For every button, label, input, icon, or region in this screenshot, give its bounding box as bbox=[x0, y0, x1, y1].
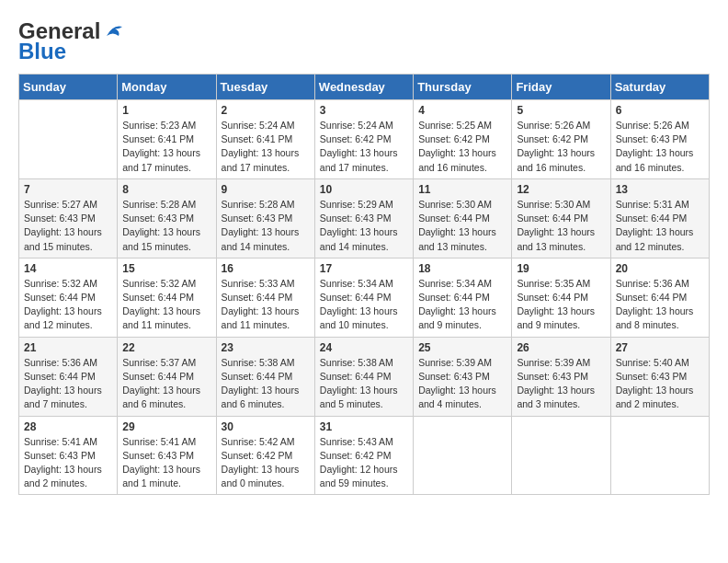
day-number: 3 bbox=[320, 104, 408, 117]
calendar: SundayMondayTuesdayWednesdayThursdayFrid… bbox=[18, 74, 710, 495]
day-number: 18 bbox=[418, 262, 506, 275]
day-of-week-header: Wednesday bbox=[314, 75, 413, 100]
day-info: Sunrise: 5:37 AMSunset: 6:44 PMDaylight:… bbox=[122, 356, 210, 412]
header: General Blue bbox=[18, 18, 710, 64]
day-info: Sunrise: 5:40 AMSunset: 6:43 PMDaylight:… bbox=[616, 356, 704, 412]
calendar-cell: 26Sunrise: 5:39 AMSunset: 6:43 PMDayligh… bbox=[512, 337, 610, 416]
day-info: Sunrise: 5:28 AMSunset: 6:43 PMDaylight:… bbox=[122, 198, 210, 254]
day-of-week-header: Sunday bbox=[19, 75, 118, 100]
day-info: Sunrise: 5:30 AMSunset: 6:44 PMDaylight:… bbox=[418, 198, 506, 254]
day-of-week-header: Friday bbox=[512, 75, 610, 100]
day-info: Sunrise: 5:36 AMSunset: 6:44 PMDaylight:… bbox=[24, 356, 112, 412]
day-number: 7 bbox=[24, 183, 112, 196]
calendar-cell: 13Sunrise: 5:31 AMSunset: 6:44 PMDayligh… bbox=[610, 178, 709, 258]
day-number: 12 bbox=[517, 183, 605, 196]
day-number: 21 bbox=[24, 341, 112, 354]
calendar-cell: 15Sunrise: 5:32 AMSunset: 6:44 PMDayligh… bbox=[118, 258, 216, 337]
day-number: 14 bbox=[24, 262, 112, 275]
day-info: Sunrise: 5:25 AMSunset: 6:42 PMDaylight:… bbox=[418, 119, 506, 175]
day-number: 10 bbox=[320, 183, 408, 196]
day-info: Sunrise: 5:42 AMSunset: 6:42 PMDaylight:… bbox=[222, 435, 310, 491]
day-info: Sunrise: 5:35 AMSunset: 6:44 PMDaylight:… bbox=[517, 277, 605, 333]
day-info: Sunrise: 5:41 AMSunset: 6:43 PMDaylight:… bbox=[24, 435, 112, 491]
calendar-cell: 21Sunrise: 5:36 AMSunset: 6:44 PMDayligh… bbox=[19, 337, 118, 416]
day-number: 13 bbox=[616, 183, 704, 196]
calendar-cell: 20Sunrise: 5:36 AMSunset: 6:44 PMDayligh… bbox=[610, 258, 709, 337]
calendar-cell: 9Sunrise: 5:28 AMSunset: 6:43 PMDaylight… bbox=[216, 178, 314, 258]
day-info: Sunrise: 5:43 AMSunset: 6:42 PMDaylight:… bbox=[320, 435, 408, 491]
calendar-cell: 5Sunrise: 5:26 AMSunset: 6:42 PMDaylight… bbox=[512, 100, 610, 179]
day-info: Sunrise: 5:30 AMSunset: 6:44 PMDaylight:… bbox=[517, 198, 605, 254]
calendar-week-row: 28Sunrise: 5:41 AMSunset: 6:43 PMDayligh… bbox=[19, 416, 710, 495]
calendar-cell: 27Sunrise: 5:40 AMSunset: 6:43 PMDayligh… bbox=[610, 337, 709, 416]
day-info: Sunrise: 5:32 AMSunset: 6:44 PMDaylight:… bbox=[24, 277, 112, 333]
day-number: 24 bbox=[320, 341, 408, 354]
calendar-cell: 22Sunrise: 5:37 AMSunset: 6:44 PMDayligh… bbox=[118, 337, 216, 416]
day-info: Sunrise: 5:34 AMSunset: 6:44 PMDaylight:… bbox=[418, 277, 506, 333]
day-number: 1 bbox=[122, 104, 210, 117]
calendar-week-row: 21Sunrise: 5:36 AMSunset: 6:44 PMDayligh… bbox=[19, 337, 710, 416]
logo-bird-icon bbox=[102, 22, 128, 40]
day-info: Sunrise: 5:36 AMSunset: 6:44 PMDaylight:… bbox=[616, 277, 704, 333]
calendar-cell: 29Sunrise: 5:41 AMSunset: 6:43 PMDayligh… bbox=[118, 416, 216, 495]
day-info: Sunrise: 5:24 AMSunset: 6:42 PMDaylight:… bbox=[320, 119, 408, 175]
calendar-cell: 16Sunrise: 5:33 AMSunset: 6:44 PMDayligh… bbox=[216, 258, 314, 337]
day-info: Sunrise: 5:41 AMSunset: 6:43 PMDaylight:… bbox=[122, 435, 210, 491]
day-number: 11 bbox=[418, 183, 506, 196]
calendar-cell: 6Sunrise: 5:26 AMSunset: 6:43 PMDaylight… bbox=[610, 100, 709, 179]
day-number: 30 bbox=[222, 420, 310, 433]
day-number: 28 bbox=[24, 420, 112, 433]
day-info: Sunrise: 5:24 AMSunset: 6:41 PMDaylight:… bbox=[222, 119, 310, 175]
calendar-week-row: 7Sunrise: 5:27 AMSunset: 6:43 PMDaylight… bbox=[19, 178, 710, 258]
calendar-cell: 30Sunrise: 5:42 AMSunset: 6:42 PMDayligh… bbox=[216, 416, 314, 495]
calendar-cell: 4Sunrise: 5:25 AMSunset: 6:42 PMDaylight… bbox=[414, 100, 512, 179]
calendar-cell: 17Sunrise: 5:34 AMSunset: 6:44 PMDayligh… bbox=[314, 258, 413, 337]
day-info: Sunrise: 5:39 AMSunset: 6:43 PMDaylight:… bbox=[517, 356, 605, 412]
day-info: Sunrise: 5:26 AMSunset: 6:42 PMDaylight:… bbox=[517, 119, 605, 175]
calendar-cell: 11Sunrise: 5:30 AMSunset: 6:44 PMDayligh… bbox=[414, 178, 512, 258]
day-number: 31 bbox=[320, 420, 408, 433]
day-number: 9 bbox=[222, 183, 310, 196]
day-number: 5 bbox=[517, 104, 605, 117]
calendar-cell: 14Sunrise: 5:32 AMSunset: 6:44 PMDayligh… bbox=[19, 258, 118, 337]
day-of-week-header: Saturday bbox=[610, 75, 709, 100]
calendar-cell bbox=[610, 416, 709, 495]
day-info: Sunrise: 5:38 AMSunset: 6:44 PMDaylight:… bbox=[320, 356, 408, 412]
day-info: Sunrise: 5:28 AMSunset: 6:43 PMDaylight:… bbox=[222, 198, 310, 254]
day-info: Sunrise: 5:26 AMSunset: 6:43 PMDaylight:… bbox=[616, 119, 704, 175]
day-info: Sunrise: 5:32 AMSunset: 6:44 PMDaylight:… bbox=[122, 277, 210, 333]
day-number: 27 bbox=[616, 341, 704, 354]
logo-blue: Blue bbox=[18, 39, 66, 64]
calendar-cell: 10Sunrise: 5:29 AMSunset: 6:43 PMDayligh… bbox=[314, 178, 413, 258]
day-number: 16 bbox=[222, 262, 310, 275]
calendar-cell bbox=[414, 416, 512, 495]
day-info: Sunrise: 5:33 AMSunset: 6:44 PMDaylight:… bbox=[222, 277, 310, 333]
day-of-week-header: Monday bbox=[118, 75, 216, 100]
calendar-cell: 23Sunrise: 5:38 AMSunset: 6:44 PMDayligh… bbox=[216, 337, 314, 416]
calendar-cell: 25Sunrise: 5:39 AMSunset: 6:43 PMDayligh… bbox=[414, 337, 512, 416]
day-number: 2 bbox=[222, 104, 310, 117]
logo: General Blue bbox=[18, 18, 128, 64]
calendar-cell: 18Sunrise: 5:34 AMSunset: 6:44 PMDayligh… bbox=[414, 258, 512, 337]
header-row: SundayMondayTuesdayWednesdayThursdayFrid… bbox=[19, 75, 710, 100]
calendar-header: SundayMondayTuesdayWednesdayThursdayFrid… bbox=[19, 75, 710, 100]
day-info: Sunrise: 5:38 AMSunset: 6:44 PMDaylight:… bbox=[222, 356, 310, 412]
day-number: 25 bbox=[418, 341, 506, 354]
day-number: 19 bbox=[517, 262, 605, 275]
day-number: 8 bbox=[122, 183, 210, 196]
day-number: 23 bbox=[222, 341, 310, 354]
day-of-week-header: Tuesday bbox=[216, 75, 314, 100]
day-info: Sunrise: 5:29 AMSunset: 6:43 PMDaylight:… bbox=[320, 198, 408, 254]
calendar-cell bbox=[19, 100, 118, 179]
day-info: Sunrise: 5:23 AMSunset: 6:41 PMDaylight:… bbox=[122, 119, 210, 175]
calendar-cell: 28Sunrise: 5:41 AMSunset: 6:43 PMDayligh… bbox=[19, 416, 118, 495]
day-number: 4 bbox=[418, 104, 506, 117]
day-number: 26 bbox=[517, 341, 605, 354]
calendar-cell: 31Sunrise: 5:43 AMSunset: 6:42 PMDayligh… bbox=[314, 416, 413, 495]
day-info: Sunrise: 5:31 AMSunset: 6:44 PMDaylight:… bbox=[616, 198, 704, 254]
day-of-week-header: Thursday bbox=[414, 75, 512, 100]
calendar-week-row: 1Sunrise: 5:23 AMSunset: 6:41 PMDaylight… bbox=[19, 100, 710, 179]
day-info: Sunrise: 5:34 AMSunset: 6:44 PMDaylight:… bbox=[320, 277, 408, 333]
day-number: 29 bbox=[122, 420, 210, 433]
calendar-cell: 8Sunrise: 5:28 AMSunset: 6:43 PMDaylight… bbox=[118, 178, 216, 258]
